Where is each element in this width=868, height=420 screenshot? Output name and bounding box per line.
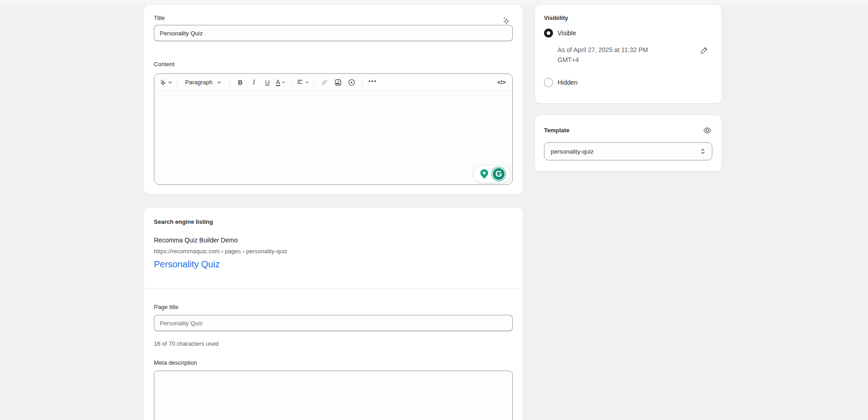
link-icon [320,78,329,87]
search-engine-listing-card: Search engine listing Recomma Quiz Build… [144,208,523,420]
toolbar-divider [314,78,314,87]
meta-description-textarea[interactable] [154,371,513,420]
eye-icon [702,126,712,135]
code-icon: </> [497,79,506,86]
template-select[interactable]: personality-quiz [544,142,712,160]
underline-icon: U [265,79,270,86]
select-updown-icon [699,148,706,155]
radio-selected-icon[interactable] [544,29,553,38]
edit-visibility-date-button[interactable] [700,45,711,56]
visibility-heading: Visibility [544,14,568,21]
seo-preview-title-link[interactable]: Personality Quiz [154,259,220,270]
content-editor-area[interactable]: G [154,91,512,184]
underline-button[interactable]: U [261,76,274,89]
toolbar-divider [229,78,230,87]
page-title-label: Page title [154,304,178,310]
template-heading: Template [544,127,569,134]
toolbar-divider [177,78,177,87]
italic-icon: I [253,78,255,86]
template-card: Template personality-quiz [535,115,721,171]
page-title-input[interactable] [154,315,513,331]
rich-text-editor: Paragraph B I U A [154,73,513,185]
chevron-down-icon [305,80,310,85]
chevron-down-icon [167,80,173,85]
text-color-icon: A [276,79,280,86]
meta-description-label: Meta description [154,359,197,366]
radio-visible-label: Visible [558,29,576,37]
text-color-button[interactable]: A [275,76,287,89]
title-content-card: Title Content Paragraph [144,5,523,194]
more-options-button[interactable]: ••• [367,76,379,89]
chevron-down-icon [216,80,222,85]
page-background: { "theme": { "background": "#f1f1f1", "c… [0,0,868,420]
card-divider [144,288,523,289]
toolbar-divider [362,78,362,87]
content-label: Content [154,61,175,68]
magic-sparkle-icon[interactable] [501,15,511,25]
insert-video-button[interactable] [345,76,358,89]
seo-site-name: Recomma Quiz Builder Demo [154,237,238,244]
sparkle-icon [159,78,167,86]
grammarly-suggestions-icon [478,168,490,180]
template-preview-button[interactable] [702,125,713,136]
radio-hidden[interactable]: Hidden [544,78,577,87]
character-count: 16 of 70 characters used [154,340,219,347]
title-label: Title [154,14,165,21]
radio-unselected-icon[interactable] [544,78,553,87]
bold-icon: B [238,79,243,86]
italic-button[interactable]: I [248,76,260,89]
radio-hidden-label: Hidden [558,79,577,86]
paragraph-style-label: Paragraph [185,79,213,86]
image-icon [334,78,342,87]
chevron-down-icon [281,80,286,85]
grammarly-logo-icon: G [492,167,506,181]
visibility-card: Visibility Visible As of April 27, 2025 … [535,5,721,103]
editor-toolbar: Paragraph B I U A [154,74,512,91]
insert-link-button[interactable] [318,76,331,89]
bold-button[interactable]: B [234,76,247,89]
code-view-button[interactable]: </> [495,76,508,89]
insert-image-button[interactable] [332,76,344,89]
title-input[interactable] [154,25,513,41]
sparkle-icon [501,15,511,25]
template-selected-value: personality-quiz [551,148,594,155]
seo-heading: Search engine listing [154,218,213,225]
paragraph-style-dropdown[interactable]: Paragraph [181,76,225,89]
align-left-icon [296,78,304,86]
radio-visible[interactable]: Visible [544,29,576,38]
alignment-button[interactable] [296,76,310,89]
seo-url-breadcrumb: https://recommaquiz.com › pages › person… [154,248,287,255]
toolbar-divider [291,78,292,87]
ellipsis-icon: ••• [368,78,377,84]
visibility-date-note: As of April 27, 2025 at 11:32 PM GMT+4 [558,45,671,65]
video-play-icon [348,78,356,87]
grammarly-widget[interactable]: G [473,165,511,183]
pencil-icon [700,46,709,55]
magic-write-button[interactable] [159,76,173,89]
